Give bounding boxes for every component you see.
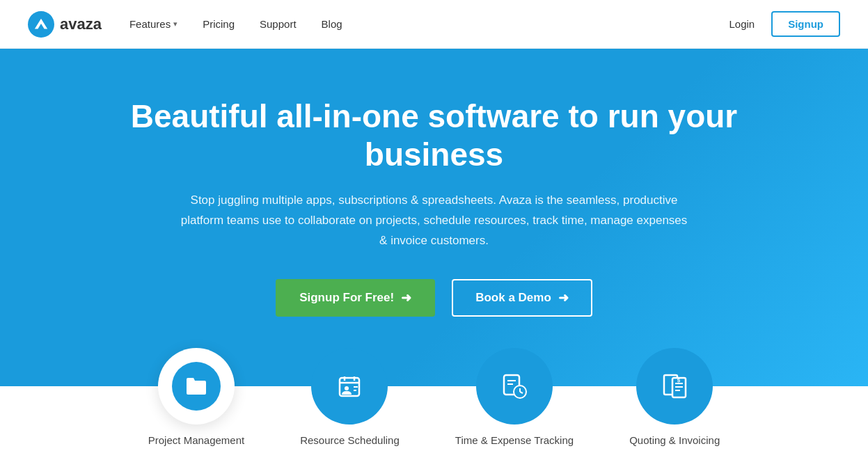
resource-scheduling-label: Resource Scheduling: [300, 434, 400, 446]
quoting-invoicing-label: Quoting & Invoicing: [629, 434, 720, 446]
features-bar: Project Management Resource Scheduling: [0, 386, 868, 460]
feature-quoting-invoicing: $ Quoting & Invoicing: [629, 386, 720, 446]
project-management-label: Project Management: [148, 434, 244, 446]
chevron-down-icon: ▾: [173, 19, 177, 29]
avaza-logo-icon: [33, 17, 49, 32]
nav-blog[interactable]: Blog: [322, 18, 342, 30]
hero-subtitle: Stop juggling multiple apps, subscriptio…: [177, 191, 692, 251]
arrow-icon: ➜: [401, 290, 411, 306]
svg-point-4: [345, 386, 349, 390]
arrow-icon: ➜: [558, 290, 569, 306]
nav-features[interactable]: Features ▾: [129, 18, 177, 30]
login-link[interactable]: Login: [729, 18, 755, 30]
hero-section: Beautiful all-in-one software to run you…: [0, 49, 868, 386]
navbar: avaza Features ▾ Pricing Support Blog Lo…: [0, 0, 868, 49]
calendar-person-icon: [336, 372, 363, 400]
project-management-icon-circle: [158, 348, 235, 425]
feature-resource-scheduling: Resource Scheduling: [300, 386, 400, 446]
time-expense-label: Time & Expense Tracking: [455, 434, 574, 446]
nav-pricing[interactable]: Pricing: [203, 18, 235, 30]
hero-title: Beautiful all-in-one software to run you…: [121, 97, 748, 174]
hero-buttons: Signup For Free! ➜ Book a Demo ➜: [28, 279, 840, 317]
logo-icon: [28, 11, 54, 38]
resource-scheduling-icon-circle: [311, 348, 388, 425]
feature-time-expense: Time & Expense Tracking: [455, 386, 574, 446]
feature-project-management: Project Management: [148, 386, 244, 446]
svg-text:$: $: [677, 377, 681, 383]
logo-text: avaza: [60, 15, 102, 33]
project-management-icon-inner: [172, 362, 221, 411]
signup-free-button[interactable]: Signup For Free! ➜: [276, 279, 435, 317]
invoice-icon: $: [661, 372, 688, 400]
time-expense-icon-circle: [476, 348, 553, 425]
quoting-invoicing-icon-circle: $: [636, 348, 713, 425]
book-demo-button[interactable]: Book a Demo ➜: [452, 279, 592, 317]
signup-button[interactable]: Signup: [771, 11, 840, 37]
folder-icon: [182, 372, 210, 400]
nav-right: Login Signup: [729, 11, 840, 37]
nav-support[interactable]: Support: [260, 18, 297, 30]
clock-document-icon: [500, 372, 528, 400]
nav-links: Features ▾ Pricing Support Blog: [129, 18, 729, 30]
logo[interactable]: avaza: [28, 11, 102, 38]
